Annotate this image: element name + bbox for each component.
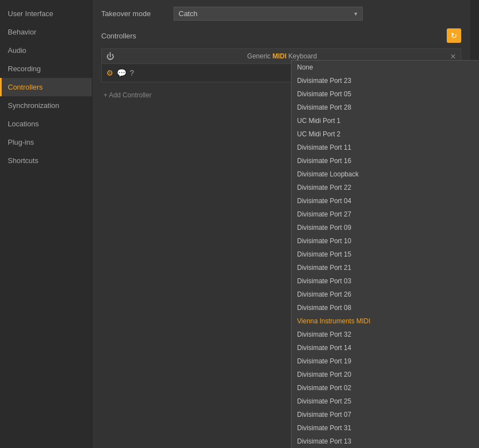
sidebar-item-plug-ins[interactable]: Plug-ins bbox=[0, 133, 92, 151]
dropdown-item[interactable]: Divisimate Port 14 bbox=[292, 341, 479, 355]
takeover-select-wrapper: Catch bbox=[174, 7, 363, 21]
sidebar-item-locations[interactable]: Locations bbox=[0, 115, 92, 133]
controllers-header: Controllers ↻ bbox=[101, 28, 461, 43]
dropdown-item[interactable]: Divisimate Port 02 bbox=[292, 381, 479, 395]
sidebar-item-behavior[interactable]: Behavior bbox=[0, 23, 92, 41]
controllers-label: Controllers bbox=[101, 32, 136, 40]
sidebar-item-synchronization[interactable]: Synchronization bbox=[0, 96, 92, 115]
dropdown-item[interactable]: Divisimate Port 19 bbox=[292, 355, 479, 368]
dropdown-item[interactable]: Divisimate Port 16 bbox=[292, 154, 479, 168]
dropdown-item[interactable]: Divisimate Port 31 bbox=[292, 421, 479, 435]
sidebar-item-shortcuts[interactable]: Shortcuts bbox=[0, 151, 92, 170]
help-icon[interactable]: ? bbox=[130, 68, 134, 77]
dropdown-item[interactable]: Divisimate Port 15 bbox=[292, 248, 479, 261]
dropdown-item[interactable]: Divisimate Port 13 bbox=[292, 435, 479, 448]
sidebar: User InterfaceBehaviorAudioRecordingCont… bbox=[0, 0, 92, 448]
dropdown-item[interactable]: Divisimate Port 05 bbox=[292, 87, 479, 101]
power-button[interactable]: ⏻ bbox=[106, 52, 114, 61]
dropdown-item[interactable]: Divisimate Port 09 bbox=[292, 221, 479, 234]
dropdown-item[interactable]: Divisimate Port 23 bbox=[292, 74, 479, 87]
dropdown-item[interactable]: Divisimate Port 10 bbox=[292, 234, 479, 248]
dropdown-item[interactable]: Divisimate Port 07 bbox=[292, 408, 479, 421]
main-content: Takeover mode Catch Controllers ↻ ⏻ Gene… bbox=[92, 0, 470, 448]
sidebar-item-controllers[interactable]: Controllers bbox=[0, 78, 92, 96]
dropdown-item[interactable]: None bbox=[292, 61, 479, 74]
sidebar-item-audio[interactable]: Audio bbox=[0, 41, 92, 60]
dropdown-item[interactable]: UC Midi Port 2 bbox=[292, 127, 479, 141]
dropdown-item[interactable]: UC Midi Port 1 bbox=[292, 114, 479, 127]
dropdown-item[interactable]: Divisimate Port 27 bbox=[292, 208, 479, 221]
takeover-select[interactable]: Catch bbox=[174, 7, 363, 21]
dropdown-item[interactable]: Divisimate Port 03 bbox=[292, 274, 479, 288]
dropdown-item[interactable]: Divisimate Loopback bbox=[292, 168, 479, 181]
sidebar-item-recording[interactable]: Recording bbox=[0, 60, 92, 78]
add-controller-label: + Add Controller bbox=[103, 91, 151, 99]
dropdown-item[interactable]: Divisimate Port 25 bbox=[292, 395, 479, 408]
takeover-row: Takeover mode Catch bbox=[101, 7, 461, 21]
dropdown-item[interactable]: Divisimate Port 26 bbox=[292, 288, 479, 301]
dropdown-item[interactable]: Divisimate Port 32 bbox=[292, 328, 479, 341]
refresh-button[interactable]: ↻ bbox=[447, 28, 461, 43]
dropdown-item[interactable]: Divisimate Port 04 bbox=[292, 194, 479, 208]
dropdown-item[interactable]: Divisimate Port 11 bbox=[292, 141, 479, 154]
comment-icon[interactable]: 💬 bbox=[117, 68, 126, 77]
dropdown-item[interactable]: Divisimate Port 20 bbox=[292, 368, 479, 381]
takeover-label: Takeover mode bbox=[101, 9, 168, 18]
close-button[interactable]: ✕ bbox=[450, 52, 456, 61]
dropdown-item[interactable]: Divisimate Port 08 bbox=[292, 301, 479, 314]
refresh-icon: ↻ bbox=[451, 31, 457, 40]
sidebar-item-user-interface[interactable]: User Interface bbox=[0, 4, 92, 23]
dropdown-item[interactable]: Divisimate Port 28 bbox=[292, 101, 479, 114]
dropdown-item[interactable]: Vienna Instruments MIDI bbox=[292, 314, 479, 328]
dropdown-item[interactable]: Divisimate Port 21 bbox=[292, 261, 479, 274]
port-dropdown[interactable]: NoneDivisimate Port 23Divisimate Port 05… bbox=[291, 60, 479, 448]
settings-icon[interactable]: ⚙ bbox=[106, 68, 113, 77]
dropdown-item[interactable]: Divisimate Port 22 bbox=[292, 181, 479, 194]
device-name: Generic MIDI Keyboard bbox=[117, 52, 447, 60]
